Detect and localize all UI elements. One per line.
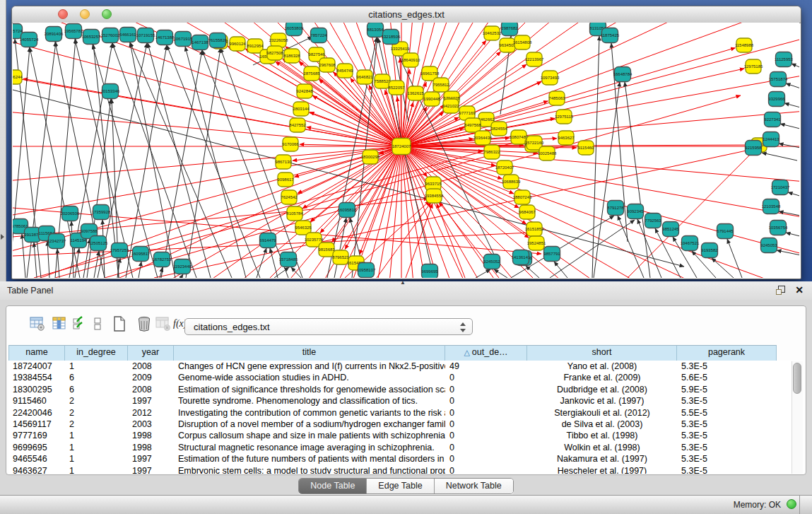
table-cell: Investigating the contribution of common…	[174, 407, 445, 419]
network-view-window[interactable]: citations_edges.txt 76638229960124891295…	[11, 6, 801, 279]
column-header-in_degree[interactable]: in_degree	[65, 346, 128, 361]
table-cell: 19384554	[8, 372, 65, 383]
deselect-all-button[interactable]	[90, 316, 105, 332]
graph-node-label: 3824554	[490, 127, 507, 131]
graph-node-label: 10025488	[538, 151, 557, 156]
table-cell: 5.6E-5	[677, 372, 777, 383]
table-cell: 5.3E-5	[677, 442, 777, 453]
table-cell: 0	[445, 453, 527, 465]
splitter-grip-icon[interactable]: ▲	[400, 279, 406, 286]
table-panel-header: ▲ Table Panel ✕	[0, 281, 812, 300]
select-all-button[interactable]	[72, 316, 88, 332]
column-header-pagerank[interactable]: pagerank	[677, 346, 777, 361]
graph-node-label: 9684067	[519, 210, 536, 214]
table-row[interactable]: 1456911722003Disruption of a novel membe…	[8, 419, 804, 430]
graph-node-label: 8186328	[283, 54, 300, 58]
graph-node-label: 10671915	[174, 37, 193, 41]
table-cell: 2008	[128, 361, 174, 372]
graph-node-label: 18720407	[495, 165, 514, 170]
table-row[interactable]: 911546021997Tourette syndrome. Phenomeno…	[8, 395, 804, 407]
control-panel-splitter[interactable]	[0, 0, 6, 281]
table-mode-button[interactable]	[30, 316, 45, 332]
graph-node-label: 13325419	[391, 47, 410, 51]
float-panel-icon[interactable]	[776, 286, 785, 295]
table-cell: 14569117	[8, 419, 65, 430]
tab-network-table[interactable]: Network Table	[435, 479, 513, 493]
graph-edge	[712, 258, 734, 278]
delete-column-trash-button[interactable]	[136, 316, 152, 332]
table-row[interactable]: 2242004622012Investigating the contribut…	[8, 407, 804, 419]
graph-edge	[777, 250, 799, 257]
graph-node-label: 7986322	[483, 150, 500, 154]
graph-edge	[270, 248, 278, 278]
graph-node-label: 2967608	[319, 63, 336, 67]
table-cell: 1	[65, 361, 128, 372]
tab-edge-table[interactable]: Edge Table	[367, 479, 434, 493]
table-cell: 18724007	[8, 361, 65, 372]
column-header-year[interactable]: year	[128, 346, 174, 361]
graph-node-label: 10807487	[510, 135, 529, 139]
table-row[interactable]: 1830029562008Estimation of significance …	[8, 384, 804, 395]
table-row[interactable]: 1872400712008Changes of HCN gene express…	[8, 361, 804, 372]
graph-node-label: 8522057	[388, 86, 405, 90]
table-cell: 6	[65, 384, 128, 395]
graph-edge	[786, 233, 799, 239]
graph-node-label: 1306244	[13, 75, 23, 79]
table-selector-value: citations_edges.txt	[194, 322, 270, 332]
graph-node-label: 8105784	[286, 211, 303, 216]
vertical-scrollbar[interactable]	[792, 361, 803, 474]
column-header-short[interactable]: short	[527, 346, 677, 361]
graph-node-label: 16095810	[338, 208, 357, 212]
graph-node-label: 15722160	[525, 141, 544, 145]
graph-node-label: 17359928	[92, 210, 111, 214]
column-header-out_de[interactable]: △out_de…	[445, 346, 527, 361]
new-column-button[interactable]	[112, 316, 127, 332]
table-selector-combobox[interactable]: citations_edges.txt	[184, 318, 473, 335]
scrollbar-thumb[interactable]	[793, 363, 801, 394]
graph-node-label: 10235774	[305, 238, 324, 242]
graph-node-label: 20891406	[45, 32, 64, 36]
table-row[interactable]: 1938455462009Genome-wide association stu…	[8, 372, 804, 383]
table-cell: Franke et al. (2009)	[527, 372, 677, 383]
table-cell: Jankovic et al. (1997)	[527, 395, 677, 407]
table-cell: de Silva et al. (2003)	[527, 419, 677, 430]
graph-node-label: 8912954	[247, 44, 264, 48]
memory-status-label: Memory: OK	[734, 500, 781, 510]
column-header-title[interactable]: title	[174, 346, 445, 361]
graph-node-label: 9092345	[627, 209, 644, 214]
graph-node-label: 9227341	[764, 117, 781, 122]
graph-node-label: 10462532	[483, 31, 502, 35]
graph-edge	[181, 274, 183, 278]
graph-node-label: 16961758	[420, 71, 440, 76]
splitter-expand-icon[interactable]	[1, 234, 4, 240]
graph-node-label: 11923448	[173, 264, 192, 269]
column-header-name[interactable]: name	[8, 346, 65, 361]
graph-edge	[34, 243, 37, 278]
graph-node-label: 9827508	[266, 51, 283, 55]
graph-node-label: 16154808	[513, 40, 532, 45]
table-card: f(x) citations_edges.txt namein_degreeye…	[6, 305, 806, 475]
graph-node-label: 12342737	[47, 239, 66, 243]
table-row[interactable]: 977716911998Corpus callosum shape and si…	[8, 430, 804, 441]
table-row[interactable]: 969969511998Structural magnetic resonanc…	[8, 442, 804, 453]
graph-edge	[71, 221, 73, 278]
network-canvas[interactable]: 7663822996012489129541654808232260589827…	[13, 23, 799, 278]
network-desktop: citations_edges.txt 76638229960124891295…	[0, 0, 812, 281]
close-panel-icon[interactable]: ✕	[795, 284, 804, 296]
graph-node-label: 10719155	[136, 33, 155, 37]
table-row[interactable]: 946362711997Embryonic stem cells: a mode…	[8, 465, 804, 474]
table-cell: 1998	[128, 442, 174, 453]
table-tab-group: Node TableEdge TableNetwork Table	[298, 478, 513, 494]
tab-node-table[interactable]: Node Table	[299, 479, 367, 493]
graph-node-label: 12103548	[762, 204, 781, 209]
delete-table-button-disabled[interactable]	[155, 316, 171, 332]
graph-node-label: 6497568	[464, 123, 481, 127]
table-cell: 0	[445, 407, 527, 419]
graph-edge	[554, 262, 567, 278]
table-cell: 2	[65, 407, 128, 419]
show-columns-button[interactable]	[52, 316, 67, 332]
graph-node-label: 18640910	[401, 58, 420, 62]
graph-node-label: 11548988	[735, 43, 754, 47]
table-row[interactable]: 946554611997Estimation of the future num…	[8, 453, 804, 465]
network-window-titlebar[interactable]: citations_edges.txt	[12, 6, 801, 23]
